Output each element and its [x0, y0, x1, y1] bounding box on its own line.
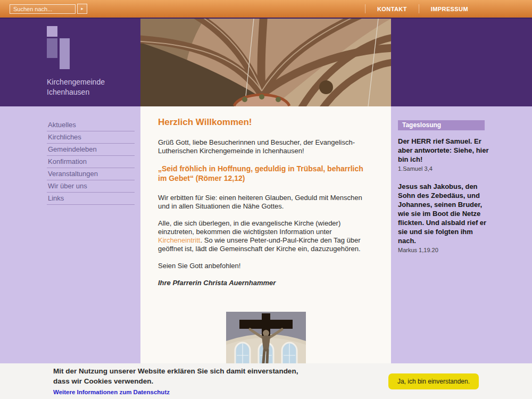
signature: Ihre Pfarrerin Christa Auernhammer [158, 279, 373, 287]
site-header: Kirchengemeinde Ichenhausen [0, 19, 532, 106]
site-name-line2: Ichenhausen [47, 87, 105, 97]
sidebar-item-links[interactable]: Links [47, 193, 135, 205]
paragraph-wishes: Wir erbitten für Sie: einen heiteren Gla… [158, 194, 373, 211]
page-title: Herzlich Willkommen! [158, 117, 373, 128]
topnav-kontakt-link[interactable]: KONTAKT [365, 6, 419, 12]
arrow-right-icon: ▸ [81, 6, 84, 11]
right-sidebar: Tageslosung Der HERR rief Samuel. Er abe… [391, 106, 532, 399]
cookie-message-line1: Mit der Nutzung unserer Website erklären… [53, 366, 298, 376]
top-bar: ▸ KONTAKT IMPRESSUM [0, 0, 532, 19]
tageslosung-header: Tageslosung [398, 120, 485, 130]
paragraph-text: Alle, die sich überlegen, in die evangel… [158, 219, 340, 236]
search-input[interactable] [10, 4, 76, 14]
site-name-line1: Kirchengemeinde [47, 77, 105, 87]
sidebar-item-kirchliches[interactable]: Kirchliches [47, 131, 135, 144]
header-image-church-vault [140, 19, 391, 106]
sidebar-item-veranstaltungen[interactable]: Veranstaltungen [47, 168, 135, 180]
cookie-accept-button[interactable]: Ja, ich bin einverstanden. [388, 373, 479, 389]
kircheneintritt-link[interactable]: Kircheneintritt [158, 236, 200, 244]
sidebar-item-gemeindeleben[interactable]: Gemeindeleben [47, 144, 135, 156]
tageslosung-entry: Jesus sah Jakobus, den Sohn des Zebedäus… [398, 182, 532, 253]
sidebar-item-aktuelles[interactable]: Aktuelles [47, 119, 135, 131]
main-navigation: Aktuelles Kirchliches Gemeindeleben Konf… [47, 119, 135, 205]
main-content: Herzlich Willkommen! Grüß Gott, liebe Be… [140, 106, 391, 399]
logo-square-small [47, 26, 57, 37]
tageslosung-entry: Der HERR rief Samuel. Er aber antwortete… [398, 137, 532, 172]
sidebar-item-konfirmation[interactable]: Konfirmation [47, 156, 135, 168]
sidebar-item-wir-ueber-uns[interactable]: Wir über uns [47, 180, 135, 193]
verse-heading: „Seid fröhlich in Hoffnung, geduldig in … [158, 164, 373, 183]
top-nav: KONTAKT IMPRESSUM [365, 0, 480, 18]
cookie-message: Mit der Nutzung unserer Website erklären… [53, 366, 298, 396]
datenschutz-link[interactable]: Weitere Informationen zum Datenschutz [53, 389, 170, 395]
intro-paragraph: Grüß Gott, liebe Besucherinnen und Besuc… [158, 138, 373, 155]
verse-text: Der HERR rief Samuel. Er aber antwortete… [398, 137, 489, 164]
cookie-banner: Mit der Nutzung unserer Website erklären… [0, 363, 532, 399]
search-submit-button[interactable]: ▸ [77, 4, 87, 14]
paragraph-blessing: Seien Sie Gott anbefohlen! [158, 262, 373, 270]
logo-square-right [60, 38, 70, 69]
verse-text: Jesus sah Jakobus, den Sohn des Zebedäus… [398, 182, 489, 245]
search-form: ▸ [10, 4, 87, 14]
left-sidebar: Aktuelles Kirchliches Gemeindeleben Konf… [0, 106, 140, 399]
cookie-message-line2: dass wir Cookies verwenden. [53, 376, 298, 386]
topnav-impressum-link[interactable]: IMPRESSUM [419, 6, 480, 12]
crucifix-illustration [226, 312, 306, 365]
page: ▸ KONTAKT IMPRESSUM Kirchengemeinde Iche… [0, 0, 532, 399]
site-name: Kirchengemeinde Ichenhausen [47, 77, 105, 97]
logo-square-left [47, 38, 57, 58]
paragraph-kircheneintritt: Alle, die sich überlegen, in die evangel… [158, 219, 373, 253]
verse-reference: Markus 1,19.20 [398, 247, 532, 253]
verse-reference: 1.Samuel 3,4 [398, 165, 532, 172]
church-vault-illustration [140, 19, 391, 106]
content-columns: Aktuelles Kirchliches Gemeindeleben Konf… [0, 106, 532, 399]
site-logo[interactable]: Kirchengemeinde Ichenhausen [47, 22, 140, 106]
crucifix-image [226, 312, 306, 365]
